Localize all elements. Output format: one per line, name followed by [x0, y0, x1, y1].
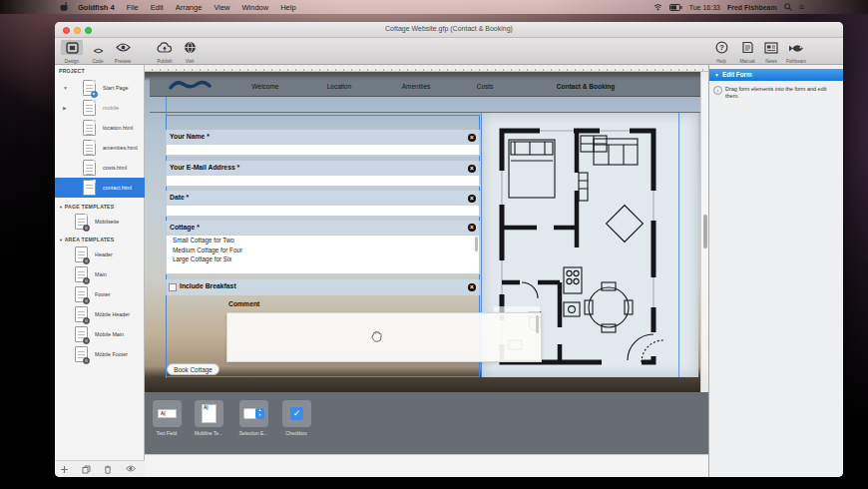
code-icon: <>	[87, 44, 109, 59]
tray-text-field[interactable]: A|	[153, 400, 182, 427]
design-canvas[interactable]: Welcome Location Amenities Costs Contact…	[145, 65, 708, 477]
document-icon	[83, 80, 96, 96]
sidebar-item-contact[interactable]: contact.html	[55, 178, 145, 198]
menu-edit[interactable]: Edit	[151, 3, 164, 12]
publish-button[interactable]: Publish	[152, 40, 178, 64]
comment-textarea[interactable]	[226, 312, 542, 362]
cottage-listbox[interactable]: Small Cottage for Two Medium Cottage for…	[166, 235, 480, 274]
window-title: Cottage Website.gfp (Contact & Booking)	[55, 25, 843, 32]
menu-view[interactable]: View	[214, 3, 229, 12]
delete-field-icon[interactable]: ×	[468, 165, 476, 173]
nav-costs[interactable]: Costs	[477, 83, 494, 90]
trash-icon[interactable]	[104, 465, 113, 474]
code-button[interactable]: <> Code	[85, 40, 111, 64]
date-input[interactable]	[166, 206, 480, 217]
delete-field-icon[interactable]: ×	[468, 195, 476, 203]
area-templates-header[interactable]: ▼ AREA TEMPLATES	[59, 237, 114, 243]
name-input[interactable]	[166, 145, 480, 156]
sidebar-item-template-mobile-main[interactable]: Mobile Main	[55, 324, 145, 344]
template-document-icon	[75, 346, 88, 362]
sidebar-item-template-mobile-header[interactable]: Mobile Header	[55, 304, 145, 324]
delete-field-icon[interactable]: ×	[468, 283, 476, 291]
sidebar-item-template-main[interactable]: Main	[55, 264, 145, 284]
help-button[interactable]: ? Help	[708, 40, 734, 64]
notification-center-icon[interactable]: ≡	[799, 3, 804, 11]
menu-window[interactable]: Window	[242, 3, 269, 12]
tray-selection-element[interactable]: ▲ ▼	[239, 400, 268, 427]
sidebar-bottom-bar	[55, 460, 145, 477]
wifi-icon[interactable]	[653, 3, 662, 11]
disclosure-right-icon[interactable]: ▶	[63, 105, 67, 111]
menu-app-name[interactable]: Goldfish 4	[78, 3, 115, 12]
disclosure-down-icon[interactable]: ▼	[63, 85, 68, 91]
menu-help[interactable]: Help	[280, 3, 295, 12]
disclosure-down-icon: ▼	[714, 72, 719, 78]
document-icon	[83, 100, 96, 116]
desktop-wallpaper: Goldfish 4 File Edit Arrange View Window…	[0, 0, 868, 489]
menu-arrange[interactable]: Arrange	[176, 3, 203, 12]
preview-button[interactable]: Preview	[110, 40, 136, 64]
form-field-cottage[interactable]: Cottage * ×	[166, 221, 480, 235]
duplicate-icon[interactable]	[82, 465, 91, 474]
sidebar-item-start-page[interactable]: ▼ Start Page	[55, 78, 145, 98]
fishbeam-button[interactable]: Fishbeam	[783, 40, 809, 64]
form-field-date[interactable]: Date * ×	[166, 191, 480, 206]
form-field-breakfast[interactable]: Include Breakfast ×	[166, 279, 480, 295]
scrollbar-thumb[interactable]	[703, 215, 707, 248]
sidebar-item-costs[interactable]: costs.html	[55, 158, 145, 178]
delete-field-icon[interactable]: ×	[468, 134, 476, 142]
canvas-bottom-strip	[145, 454, 708, 477]
news-button[interactable]: News	[758, 40, 784, 64]
nav-amenities[interactable]: Amenities	[402, 83, 431, 90]
page-templates-header[interactable]: ▼ PAGE TEMPLATES	[59, 204, 114, 210]
listbox-option[interactable]: Small Cottage for Two	[167, 236, 479, 245]
edit-form-panel: ▼Edit Form i Drag form elements into the…	[708, 65, 843, 477]
tray-label: Selection E...	[231, 431, 275, 436]
multiline-text-icon: A|	[202, 404, 217, 423]
form-field-name[interactable]: Your Name * ×	[166, 130, 480, 145]
design-button[interactable]: Design	[59, 40, 85, 64]
listbox-scrollbar[interactable]	[475, 237, 478, 251]
sidebar-item-location[interactable]: location.html	[55, 118, 145, 138]
form-element-tray: A| Text Field A| Multiline Te... ▲ ▼	[145, 392, 708, 454]
form-field-email[interactable]: Your E-Mail Address * ×	[166, 161, 480, 176]
template-document-icon	[75, 286, 88, 302]
template-document-icon	[75, 214, 88, 230]
listbox-option[interactable]: Medium Cottage for Four	[167, 245, 479, 255]
textarea-scrollbar[interactable]	[536, 315, 539, 333]
page-viewport[interactable]: Welcome Location Amenities Costs Contact…	[145, 72, 708, 392]
delete-field-icon[interactable]: ×	[468, 224, 476, 232]
add-item-icon[interactable]	[60, 465, 69, 474]
apple-menu-icon[interactable]	[60, 2, 68, 12]
tray-multiline-text[interactable]: A|	[195, 400, 223, 427]
nav-contact-booking[interactable]: Contact & Booking	[557, 83, 616, 90]
template-document-icon	[75, 246, 88, 262]
canvas-scrollbar[interactable]	[700, 72, 708, 392]
nav-location[interactable]: Location	[327, 83, 352, 90]
tray-label: Multiline Te...	[187, 431, 230, 436]
sidebar-item-amenities[interactable]: amenities.html	[55, 138, 145, 158]
nav-welcome[interactable]: Welcome	[252, 83, 279, 90]
edit-form-header[interactable]: ▼Edit Form	[709, 69, 843, 81]
visit-button[interactable]: Visit	[177, 40, 203, 64]
stepper-icon: ▲ ▼	[255, 408, 264, 419]
visibility-eye-icon[interactable]	[126, 465, 135, 474]
sidebar-item-mobile[interactable]: ▶ mobile	[55, 98, 145, 118]
tray-checkbox[interactable]: ✓	[282, 400, 311, 427]
breakfast-checkbox[interactable]	[169, 283, 177, 291]
book-cottage-button[interactable]: Book Cottage	[167, 363, 219, 375]
sidebar-item-page-template[interactable]: Mobilseite	[55, 212, 145, 232]
menu-clock[interactable]: Tue 16:33	[689, 4, 720, 11]
manual-button[interactable]: Manual	[734, 40, 760, 64]
battery-icon[interactable]	[669, 4, 682, 11]
sidebar-item-template-footer[interactable]: Footer	[55, 284, 145, 304]
sidebar-item-template-mobile-footer[interactable]: Mobile Footer	[55, 344, 145, 364]
spotlight-search-icon[interactable]	[784, 3, 792, 11]
sidebar-item-template-header[interactable]: Header	[55, 244, 145, 264]
email-input[interactable]	[166, 176, 480, 187]
listbox-option[interactable]: Large Cottage for Six	[167, 254, 479, 264]
menu-user[interactable]: Fred Fishbeam	[727, 4, 777, 11]
title-bar[interactable]: Cottage Website.gfp (Contact & Booking)	[55, 22, 843, 38]
site-navbar[interactable]: Welcome Location Amenities Costs Contact…	[150, 77, 700, 97]
menu-file[interactable]: File	[127, 3, 139, 12]
